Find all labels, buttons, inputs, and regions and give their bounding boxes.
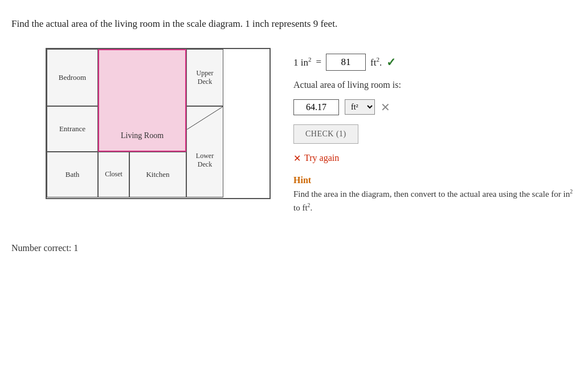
closet-label: Closet [105,170,122,179]
entrance-label: Entrance [59,124,85,134]
clear-answer-button[interactable]: ✕ [381,102,390,113]
try-again-icon: ✕ [293,153,301,164]
try-again-message: ✕ Try again [293,153,577,164]
lower-deck-label: LowerDeck [196,152,214,169]
scale-row: 1 in2 = ft2. ✓ [293,54,577,71]
kitchen-room: Kitchen [129,152,186,197]
entrance-room: Entrance [47,106,98,152]
actual-area-label: Actual area of living room is: [293,80,577,90]
right-panel: 1 in2 = ft2. ✓ Actual area of living roo… [293,48,577,215]
upper-deck-room: UpperDeck [186,49,223,106]
unit-select[interactable]: ft² in² yd² [345,99,375,115]
hint-section: Hint Find the area in the diagram, then … [293,173,577,215]
floor-plan: Bedroom Living Room UpperDeck Entrance L… [46,48,271,199]
scale-input[interactable] [326,54,366,71]
floor-plan-grid: Bedroom Living Room UpperDeck Entrance L… [46,48,271,199]
bedroom-label: Bedroom [59,73,86,82]
hint-label: Hint [293,173,577,188]
bath-label: Bath [66,170,80,179]
lower-deck-room: LowerDeck [186,106,223,197]
hint-text: Find the area in the diagram, then conve… [293,187,577,215]
living-room-label: Living Room [121,131,164,140]
scale-equals: = [316,56,322,68]
closet-room: Closet [98,152,129,197]
answer-row: ft² in² yd² ✕ [293,99,577,115]
answer-input[interactable] [293,99,339,115]
bedroom-room: Bedroom [47,49,98,106]
try-again-text: Try again [304,153,339,163]
scale-label-right: ft2. [370,56,382,68]
number-correct: Number correct: 1 [11,243,577,253]
problem-statement: Find the actual area of the living room … [11,17,577,31]
upper-deck-label: UpperDeck [197,69,214,86]
kitchen-label: Kitchen [146,170,169,179]
living-room-room: Living Room [98,49,186,152]
scale-checkmark: ✓ [386,55,396,69]
bath-room: Bath [47,152,98,197]
scale-label-left: 1 in2 [293,56,312,68]
check-button[interactable]: CHECK (1) [293,124,358,144]
